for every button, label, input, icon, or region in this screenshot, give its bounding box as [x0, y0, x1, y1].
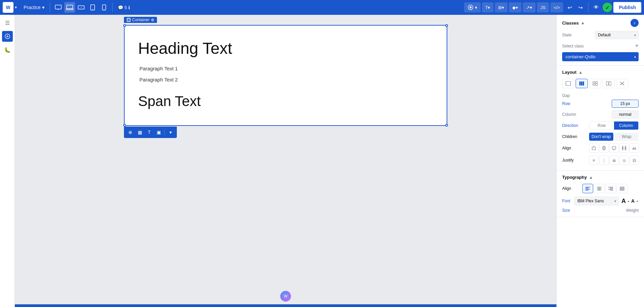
- typo-align-justify[interactable]: [617, 184, 627, 193]
- font-size-increase[interactable]: A: [621, 198, 626, 204]
- row-value[interactable]: 15 px: [612, 100, 639, 108]
- span-text[interactable]: Span Text: [138, 93, 201, 109]
- topbar-site[interactable]: Practice ▾: [21, 3, 47, 11]
- topbar-arrow[interactable]: ▾: [15, 5, 17, 10]
- typography-section: Typography ▲ Align: [557, 171, 644, 217]
- state-select[interactable]: Default: [595, 31, 639, 39]
- tool-paint[interactable]: ◆▾: [509, 2, 521, 12]
- typography-title: Typography ▲: [562, 175, 593, 180]
- preview-button[interactable]: 👁: [591, 2, 601, 12]
- add-class-button[interactable]: +: [635, 42, 639, 49]
- device-laptop[interactable]: [64, 2, 75, 13]
- handle-tr[interactable]: [445, 24, 448, 27]
- tool-breakpoint[interactable]: ▾: [464, 2, 481, 12]
- svg-rect-14: [127, 18, 130, 22]
- handle-br[interactable]: [445, 124, 448, 127]
- topbar-logo[interactable]: W: [3, 2, 13, 13]
- canvas-scroll[interactable]: Container ⊕ Heading Text Paragraph Text …: [15, 15, 556, 307]
- device-desktop[interactable]: [53, 2, 64, 13]
- toolbar-settings[interactable]: ▣: [154, 128, 163, 137]
- svg-rect-0: [55, 5, 61, 9]
- device-tablet-landscape[interactable]: [76, 2, 87, 13]
- justify-space-around[interactable]: ⊟: [630, 156, 639, 165]
- state-select-wrapper: Default: [595, 31, 639, 39]
- code-button[interactable]: </>: [550, 2, 564, 12]
- handle-bl[interactable]: [123, 124, 126, 127]
- toolbar-layout[interactable]: ▦: [135, 128, 144, 137]
- layout-flex[interactable]: [576, 79, 588, 88]
- redo-button[interactable]: ↪: [575, 2, 585, 12]
- comment-icon: 💬: [118, 5, 123, 10]
- align-baseline[interactable]: [630, 143, 639, 153]
- typo-align-row: Align: [562, 184, 639, 193]
- direction-row-btn[interactable]: Row: [589, 122, 614, 130]
- wrap-btn[interactable]: Wrap: [615, 133, 639, 141]
- svg-rect-21: [593, 84, 595, 86]
- size-weight-row: Size Weight: [562, 208, 639, 213]
- sidebar-navigate[interactable]: ☰: [2, 18, 13, 28]
- direction-column-btn[interactable]: Column: [614, 122, 639, 130]
- sidebar-bug[interactable]: 🐛: [2, 44, 13, 55]
- typography-chevron[interactable]: ▲: [589, 175, 593, 180]
- typo-align-right[interactable]: [605, 184, 616, 193]
- align-center-h[interactable]: [599, 143, 609, 153]
- container-label: Container ⊕: [124, 17, 157, 23]
- svg-point-10: [104, 9, 104, 10]
- justify-space-between[interactable]: ⫼: [619, 156, 629, 165]
- info-icon: ℹ: [128, 5, 130, 10]
- classes-chevron[interactable]: ▲: [581, 21, 585, 25]
- container-label-text: Container: [132, 18, 150, 22]
- panel-expand-button[interactable]: ›: [631, 19, 639, 27]
- tool-typography[interactable]: T▾: [482, 2, 494, 12]
- paragraph-1[interactable]: Paragraph Text 1: [138, 66, 433, 71]
- dont-wrap-btn[interactable]: Don't wrap: [589, 133, 613, 141]
- sidebar-add[interactable]: [2, 31, 13, 42]
- justify-center[interactable]: ⋮: [599, 156, 609, 165]
- svg-rect-20: [595, 81, 598, 83]
- layout-grid[interactable]: [589, 79, 601, 88]
- font-select[interactable]: IBM Plex Sans: [574, 197, 619, 205]
- heading-text[interactable]: Heading Text: [138, 39, 433, 58]
- layout-none[interactable]: [616, 79, 628, 88]
- font-row: Font IBM Plex Sans A ▲ A ▲: [562, 197, 639, 205]
- paragraph-2[interactable]: Paragraph Text 2: [138, 77, 433, 82]
- toolbar-text[interactable]: T: [145, 128, 154, 137]
- class-select-wrapper[interactable]: container-Qs8o: [562, 52, 639, 61]
- container-wrapper: Container ⊕ Heading Text Paragraph Text …: [124, 25, 447, 126]
- align-bottom[interactable]: [609, 143, 619, 153]
- justify-end[interactable]: ≣: [609, 156, 619, 165]
- topbar-comments[interactable]: 💬 5 ℹ: [115, 4, 133, 11]
- align-stretch[interactable]: [619, 143, 629, 153]
- undo-button[interactable]: ↩: [565, 2, 575, 12]
- handle-tl[interactable]: [123, 24, 126, 27]
- layout-title: Layout ▲: [562, 70, 583, 75]
- align-top[interactable]: [589, 143, 599, 153]
- justify-start[interactable]: ≡: [589, 156, 599, 165]
- typo-align-left[interactable]: [582, 184, 593, 193]
- left-sidebar: ☰ 🐛: [0, 15, 15, 307]
- drag-handle-icon[interactable]: ⊕: [151, 18, 154, 22]
- typography-title-text: Typography: [562, 175, 587, 180]
- column-gap-row: Column normal: [562, 110, 639, 118]
- status-indicator[interactable]: ✓: [603, 3, 612, 12]
- layout-chevron[interactable]: ▲: [579, 70, 583, 75]
- canvas-container[interactable]: Heading Text Paragraph Text 1 Paragraph …: [124, 25, 447, 126]
- state-row: State Default: [562, 31, 639, 39]
- layout-columns[interactable]: [603, 79, 615, 88]
- column-value[interactable]: normal: [612, 110, 639, 118]
- layout-block[interactable]: [562, 79, 574, 88]
- font-size-decrease[interactable]: A: [631, 199, 635, 203]
- column-label: Column: [562, 112, 576, 117]
- publish-button[interactable]: Publish: [613, 2, 641, 13]
- class-tag[interactable]: container-Qs8o: [562, 52, 639, 61]
- tool-export[interactable]: ↗▾: [523, 2, 536, 12]
- tool-grid[interactable]: ⊞▾: [495, 2, 508, 12]
- toolbar-more[interactable]: ▾: [166, 128, 175, 137]
- device-tablet-portrait[interactable]: [87, 2, 98, 13]
- device-mobile[interactable]: [99, 2, 109, 13]
- typo-align-center[interactable]: [594, 184, 605, 193]
- undo-redo-group: ↩ ↪: [565, 2, 585, 12]
- svg-rect-17: [581, 81, 582, 86]
- toolbar-move[interactable]: ⊕: [126, 128, 135, 137]
- js-button[interactable]: JS: [537, 2, 549, 12]
